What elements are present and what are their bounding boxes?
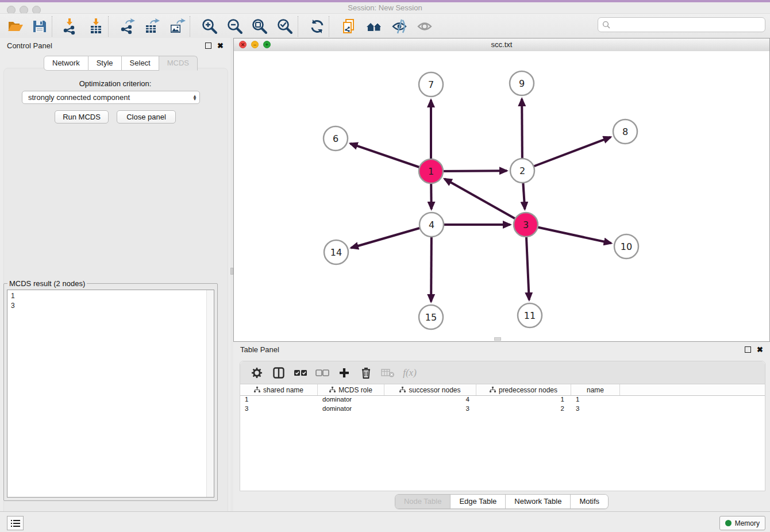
zoom-out-icon[interactable]: [225, 17, 245, 36]
mcds-result-text[interactable]: 1 3: [7, 290, 214, 498]
close-panel-button[interactable]: Close panel: [117, 110, 176, 124]
tab-node-table[interactable]: Node Table: [395, 495, 451, 508]
unselect-all-icon[interactable]: [314, 366, 331, 380]
minimize-network-icon[interactable]: –: [251, 41, 259, 48]
memory-status-icon: [725, 520, 732, 526]
tab-select[interactable]: Select: [122, 56, 159, 71]
graph-node-label-2: 2: [519, 165, 525, 176]
search-field[interactable]: [598, 17, 765, 32]
search-input[interactable]: [613, 19, 765, 30]
show-selected-icon[interactable]: [415, 17, 434, 36]
import-network-icon[interactable]: [60, 17, 79, 36]
result-scrollbar[interactable]: [206, 290, 214, 497]
graph-node-label-1: 1: [428, 166, 434, 177]
cell-shared-name[interactable]: 3: [240, 405, 318, 414]
table-header-row: shared name MCDS role successor nodes pr…: [240, 384, 765, 396]
optimization-criterion-label: Optimization criterion:: [0, 79, 230, 88]
close-panel-icon[interactable]: ✖: [217, 43, 224, 48]
toolbar-separator: [108, 16, 109, 37]
close-table-panel-icon[interactable]: ✖: [757, 347, 763, 352]
list-icon: [11, 519, 20, 527]
task-history-button[interactable]: [7, 516, 24, 530]
run-mcds-button[interactable]: Run MCDS: [55, 110, 109, 124]
apply-layout-icon[interactable]: [307, 17, 327, 36]
column-header-successor-nodes[interactable]: successor nodes: [384, 384, 476, 395]
toolbar-separator: [298, 16, 298, 37]
graph-edge-1-6[interactable]: [351, 144, 431, 171]
zoom-network-icon[interactable]: +: [263, 41, 271, 48]
hide-selected-icon[interactable]: [390, 17, 409, 36]
column-header-mcds-role[interactable]: MCDS role: [318, 384, 384, 395]
cell-shared-name[interactable]: 1: [240, 396, 318, 405]
memory-button[interactable]: Memory: [719, 516, 765, 530]
save-session-icon[interactable]: [30, 17, 49, 36]
cell-mcds-role[interactable]: dominator: [318, 396, 384, 405]
graph-edge-2-8[interactable]: [522, 137, 611, 171]
cell-mcds-role[interactable]: dominator: [318, 405, 384, 414]
zoom-in-icon[interactable]: [200, 17, 220, 36]
column-header-shared-name[interactable]: shared name: [240, 384, 318, 395]
float-panel-icon[interactable]: [205, 43, 211, 49]
graph-canvas[interactable]: 1234678910111415: [234, 51, 769, 341]
add-column-icon[interactable]: [336, 366, 353, 380]
delete-column-icon[interactable]: [357, 366, 375, 380]
titlebar: Session: New Session: [0, 2, 770, 13]
column-browser-icon[interactable]: [270, 366, 287, 380]
tab-motifs[interactable]: Motifs: [570, 495, 608, 508]
show-all-networks-icon[interactable]: [364, 17, 384, 36]
cell-name[interactable]: 1: [571, 396, 620, 405]
export-image-icon[interactable]: [167, 17, 187, 36]
tab-edge-table[interactable]: Edge Table: [450, 495, 505, 508]
table-panel: Table Panel ✖: [233, 342, 770, 511]
export-table-icon[interactable]: [142, 17, 161, 36]
cell-name[interactable]: 3: [571, 405, 620, 414]
graph-node-label-7: 7: [428, 79, 434, 90]
import-table-icon[interactable]: [86, 17, 106, 36]
result-line: 3: [11, 301, 214, 311]
graph-node-label-11: 11: [524, 310, 536, 321]
cell-successor-nodes[interactable]: 3: [384, 405, 476, 414]
select-all-icon[interactable]: [292, 366, 309, 380]
graph-node-label-10: 10: [621, 241, 632, 252]
column-header-name[interactable]: name: [571, 384, 620, 395]
graph-node-label-15: 15: [425, 312, 437, 323]
memory-label: Memory: [735, 519, 760, 527]
search-icon: [602, 21, 610, 29]
cell-predecessor-nodes[interactable]: 1: [476, 396, 571, 405]
open-file-icon[interactable]: [6, 17, 25, 36]
tab-network[interactable]: Network: [44, 56, 88, 71]
clone-network-icon[interactable]: [339, 17, 359, 36]
toolbar-separator: [52, 16, 52, 37]
graph-edge-3-1[interactable]: [445, 179, 526, 225]
column-header-predecessor-nodes[interactable]: predecessor nodes: [476, 384, 571, 395]
graph-node-label-3: 3: [523, 219, 529, 230]
table-toolbar: f(x): [240, 361, 765, 384]
node-table: f(x) shared name MCDS role successor nod…: [240, 361, 765, 491]
delete-table-icon: [379, 366, 396, 380]
network-window-titlebar[interactable]: ✕ – + scc.txt: [234, 38, 769, 52]
optimization-criterion-select[interactable]: strongly connected component ▲▼: [22, 91, 200, 104]
canvas-resize-grip[interactable]: [494, 337, 501, 341]
column-type-icon: [399, 387, 406, 393]
column-type-icon: [490, 387, 496, 393]
tab-mcds[interactable]: MCDS: [159, 56, 198, 71]
cell-predecessor-nodes[interactable]: 2: [476, 405, 571, 414]
zoom-fit-icon[interactable]: [250, 17, 270, 36]
tab-network-table[interactable]: Network Table: [505, 495, 570, 508]
table-row[interactable]: 3 dominator 3 2 3: [240, 405, 765, 414]
table-options-icon[interactable]: [248, 366, 265, 380]
table-tabs: Node Table Edge Table Network Table Moti…: [233, 494, 770, 509]
cell-successor-nodes[interactable]: 4: [384, 396, 476, 405]
zoom-selected-icon[interactable]: [275, 17, 295, 36]
table-row[interactable]: 1 dominator 4 1 1: [240, 396, 765, 405]
close-network-icon[interactable]: ✕: [239, 41, 247, 48]
graph-edge-3-10[interactable]: [526, 225, 611, 243]
float-table-panel-icon[interactable]: [745, 346, 751, 353]
export-network-icon[interactable]: [117, 17, 137, 36]
apply-function-icon: f(x): [401, 366, 418, 380]
network-view-window: ✕ – + scc.txt 1234678910111415: [233, 38, 770, 342]
column-type-icon: [254, 387, 260, 393]
status-bar: Memory: [0, 511, 770, 532]
tab-style[interactable]: Style: [88, 56, 122, 71]
mcds-result-box: MCDS result (2 nodes) 1 3: [3, 283, 218, 501]
